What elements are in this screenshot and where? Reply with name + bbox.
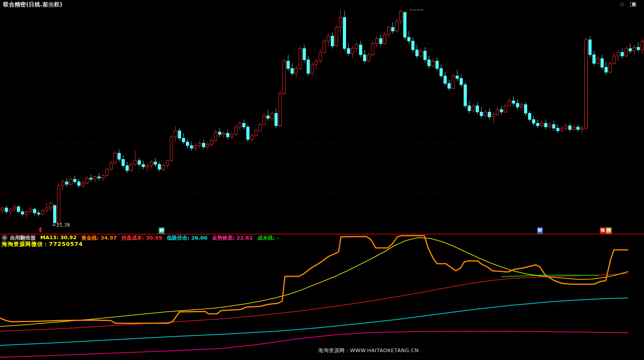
event-marker-财[interactable]: 财 — [537, 227, 543, 234]
window-split-icon-fill — [632, 3, 635, 6]
event-marker-张[interactable]: 张 — [600, 227, 606, 234]
event-marker-S[interactable]: S — [38, 229, 43, 232]
price-annotation-1: ←21.38 — [52, 222, 70, 228]
indicator-line-MA13 — [0, 238, 628, 326]
indicator-value-2: 控盘成本: 30.59 — [122, 234, 162, 242]
indicator-value-1: 黄金线: 34.97 — [81, 234, 117, 242]
chart-canvas[interactable] — [0, 0, 644, 360]
indicator-value-3: 低吸伏击: 26.00 — [167, 234, 208, 242]
indicator-name[interactable]: 自用翻倍股 — [10, 234, 36, 242]
indicator-line-低吸伏击 — [0, 298, 628, 345]
app-window: 联合精密(日线.前复权) ∨ ◇ ←38.88←21.38 ▲S解财张榜 ∨ 自… — [0, 0, 644, 360]
indicator-value-0: MA13: 30.92 — [40, 234, 77, 242]
indicator-value-4: 走势铁底: 22.62 — [212, 234, 253, 242]
diamond-icon[interactable]: ◇ — [620, 1, 624, 7]
indicator-line-黄金线 — [0, 236, 628, 323]
indicator-line-走势铁底 — [0, 331, 628, 357]
title-bar: 联合精密(日线.前复权) ∨ ◇ — [0, 0, 644, 9]
indicator-value-5: 成本线: - — [257, 234, 279, 242]
window-split-icon[interactable] — [630, 2, 636, 7]
indicator-values: MA13: 30.92黄金线: 34.97控盘成本: 30.59低吸伏击: 26… — [40, 234, 284, 242]
event-marker-榜[interactable]: 榜 — [606, 227, 612, 234]
chevron-down-icon[interactable]: ∨ — [48, 2, 54, 8]
site-watermark: 海淘资源网：WWW.HAITAOKETANG.CN — [318, 347, 419, 354]
candles-layer — [1, 8, 644, 225]
indicator-line-控盘成本 — [0, 274, 628, 331]
indicator-lines — [0, 236, 628, 357]
promo-wechat-line: 海淘资源网微信：77250574 — [2, 241, 83, 248]
main-gridlines — [0, 19, 644, 218]
chevron-down-icon[interactable]: ∨ — [2, 235, 7, 241]
event-marker-解[interactable]: 解 — [159, 227, 165, 234]
indicator-header: ∨ 自用翻倍股 MA13: 30.92黄金线: 34.97控盘成本: 30.59… — [0, 234, 644, 241]
